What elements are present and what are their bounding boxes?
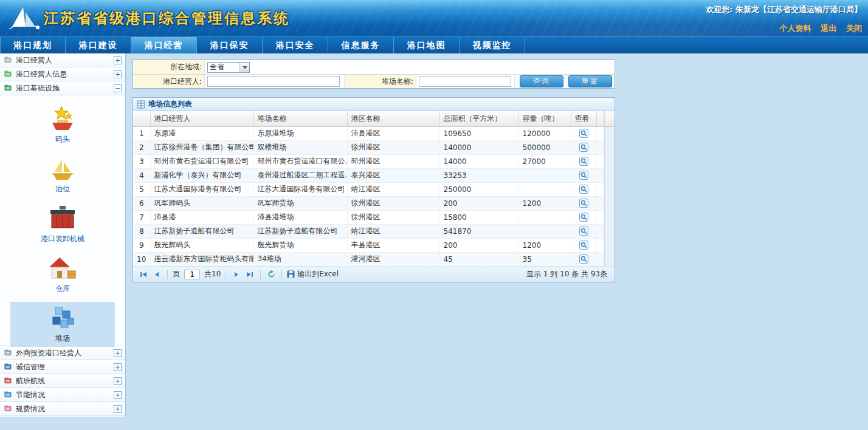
berth-boat-icon	[48, 155, 77, 182]
toggle-expand-button[interactable]: +	[114, 70, 122, 78]
toggle-expand-button[interactable]: +	[114, 349, 122, 357]
facility-item-yard[interactable]: 堆场	[10, 302, 115, 347]
sidebar-group-icon	[4, 363, 13, 371]
port-operator-input[interactable]	[207, 76, 340, 87]
header-view[interactable]: 查看	[571, 111, 596, 126]
cell-port-district: 沛县港区	[347, 126, 439, 140]
view-detail-button[interactable]	[579, 129, 588, 138]
toggle-expand-button[interactable]: +	[114, 405, 122, 413]
view-detail-button[interactable]	[579, 241, 588, 250]
prev-page-button[interactable]	[151, 269, 162, 280]
header-capacity[interactable]: 容量（吨）	[518, 111, 571, 126]
sidebar-group-port-operator-info[interactable]: 港口经营人信息 +	[0, 67, 125, 81]
facility-item-berth[interactable]: 泊位	[10, 152, 115, 197]
view-detail-button[interactable]	[579, 254, 588, 264]
toggle-expand-button[interactable]: +	[114, 377, 122, 385]
pager-status: 显示 1 到 10 条 共 93条	[526, 269, 610, 279]
cell-spare	[596, 252, 604, 266]
table-row[interactable]: 6 巩军师码头 巩军师货场 徐州港区 200 1200	[133, 196, 604, 210]
first-page-button[interactable]	[138, 269, 149, 280]
close-link[interactable]: 关闭	[846, 24, 862, 33]
view-detail-button[interactable]	[579, 213, 588, 222]
nav-tab-security[interactable]: 港口保安	[197, 37, 263, 53]
container-crane-icon	[48, 205, 77, 232]
refresh-icon[interactable]	[266, 269, 277, 280]
query-button[interactable]: 查询	[520, 75, 563, 87]
search-panel: 所在地域: 全省 港口经营人: 堆场名称:	[133, 60, 615, 89]
cell-port-district: 靖江港区	[347, 224, 439, 238]
cell-capacity	[518, 224, 571, 238]
sidebar-group-port-infrastructure[interactable]: 港口基础设施 −	[0, 81, 125, 95]
sidebar-group-foreign-invested-operator[interactable]: 外商投资港口经营人 +	[0, 346, 125, 360]
export-excel-button[interactable]: 输出到Excel	[287, 269, 339, 279]
panel-title: 堆场信息列表	[148, 99, 192, 109]
welcome-text: 欢迎您: 朱新龙【江苏省交通运输厅港口局】	[706, 4, 862, 15]
view-detail-button[interactable]	[579, 171, 588, 180]
page-number-input[interactable]	[184, 270, 200, 279]
toggle-expand-button[interactable]: +	[114, 363, 122, 371]
region-label: 所在地域:	[133, 60, 205, 74]
sidebar-group-label: 航班航线	[16, 376, 114, 386]
table-row[interactable]: 3 邳州市黄石货运港口有限公司 邳州市黄石货运港口有限公... 邳州港区 140…	[133, 154, 604, 168]
sidebar-group-shipping-routes[interactable]: 航班航线 +	[0, 374, 125, 388]
table-row[interactable]: 1 东原港 东原港堆场 沛县港区 109650 120000	[133, 126, 604, 140]
nav-tab-map[interactable]: 港口地图	[394, 37, 460, 53]
nav-tab-video[interactable]: 视频监控	[460, 37, 525, 53]
view-detail-button[interactable]	[579, 199, 588, 208]
pager-separator	[167, 270, 168, 279]
logout-link[interactable]: 退出	[821, 24, 836, 33]
cell-spare	[596, 196, 604, 210]
facility-item-machinery[interactable]: 港口装卸机械	[10, 202, 115, 247]
cell-row-number: 8	[133, 224, 150, 238]
header-port-operator[interactable]: 港口经营人	[150, 111, 253, 126]
nav-tab-safety[interactable]: 港口安全	[263, 37, 328, 53]
facility-item-warehouse[interactable]: 仓库	[10, 252, 115, 297]
table-row[interactable]: 5 江苏大通国际港务有限公司 江苏大通国际港务有限公司 靖江港区 250000	[133, 182, 604, 196]
facility-item-wharf[interactable]: 码头	[10, 103, 115, 148]
view-detail-button[interactable]	[579, 227, 588, 236]
nav-tab-construction[interactable]: 港口建设	[66, 37, 131, 53]
cell-view	[571, 182, 596, 196]
table-header-row: 港口经营人 堆场名称 港区名称 总面积（平方米） 容量（吨） 查看	[133, 111, 604, 126]
header-port-district[interactable]: 港区名称	[347, 111, 439, 126]
nav-tab-planning[interactable]: 港口规划	[0, 37, 66, 53]
pager-bar: 页 共10	[133, 267, 615, 282]
main-nav: 港口规划港口建设港口经营港口保安港口安全信息服务港口地图视频监控	[0, 36, 868, 53]
toggle-expand-button[interactable]: +	[114, 391, 122, 399]
table-row[interactable]: 9 殷光辉码头 殷光辉货场 丰县港区 200 1200	[133, 238, 604, 252]
table-row[interactable]: 7 沛县港 沛县港堆场 徐州港区 15800	[133, 210, 604, 224]
cell-row-number: 4	[133, 168, 150, 182]
table-row[interactable]: 10 连云港新东方国际货柜码头有限... 34堆场 灌河港区 45 35	[133, 252, 604, 266]
view-detail-button[interactable]	[579, 143, 588, 152]
table-row[interactable]: 4 新浦化学（泰兴）有限公司 泰州港过船港区二期工程遥... 泰兴港区 3325…	[133, 168, 604, 182]
toggle-expand-button[interactable]: +	[114, 56, 122, 64]
table-row[interactable]: 8 江苏新扬子造船有限公司 江苏新扬子造船有限公司 靖江港区 541870	[133, 224, 604, 238]
sidebar-group-fees[interactable]: 规费情况 +	[0, 402, 125, 416]
facility-menu: 码头 泊位	[0, 95, 125, 346]
sidebar-group-icon	[4, 391, 13, 399]
header-total-area[interactable]: 总面积（平方米）	[439, 111, 518, 126]
last-page-button[interactable]	[244, 269, 255, 280]
sidebar-group-energy-saving[interactable]: 节能情况 +	[0, 388, 125, 402]
header-yard-name[interactable]: 堆场名称	[253, 111, 347, 126]
table-row[interactable]: 2 江苏徐州港务（集团）有限公司 双楼堆场 徐州港区 140000 500000	[133, 140, 604, 154]
nav-tab-operation[interactable]: 港口经营	[131, 37, 197, 53]
cell-spare	[596, 154, 604, 168]
sidebar-group-credit-management[interactable]: 诚信管理 +	[0, 360, 125, 374]
sidebar-group-port-operator[interactable]: 港口经营人 +	[0, 53, 125, 67]
toggle-expand-button[interactable]: −	[114, 84, 122, 92]
view-detail-button[interactable]	[579, 157, 588, 166]
header-links: 个人资料 退出 关闭	[706, 23, 862, 34]
next-page-button[interactable]	[231, 269, 242, 280]
cell-total-area: 140000	[439, 140, 518, 154]
vertical-scrollbar[interactable]	[604, 111, 615, 267]
yard-name-input[interactable]	[419, 76, 511, 87]
nav-tab-info-service[interactable]: 信息服务	[328, 37, 394, 53]
cell-total-area: 15800	[439, 210, 518, 224]
view-detail-button[interactable]	[579, 185, 588, 194]
reset-button[interactable]: 重置	[568, 75, 612, 87]
cell-row-number: 5	[133, 182, 150, 196]
cell-capacity	[518, 182, 571, 196]
region-select[interactable]: 全省	[207, 62, 250, 73]
profile-link[interactable]: 个人资料	[779, 24, 811, 33]
